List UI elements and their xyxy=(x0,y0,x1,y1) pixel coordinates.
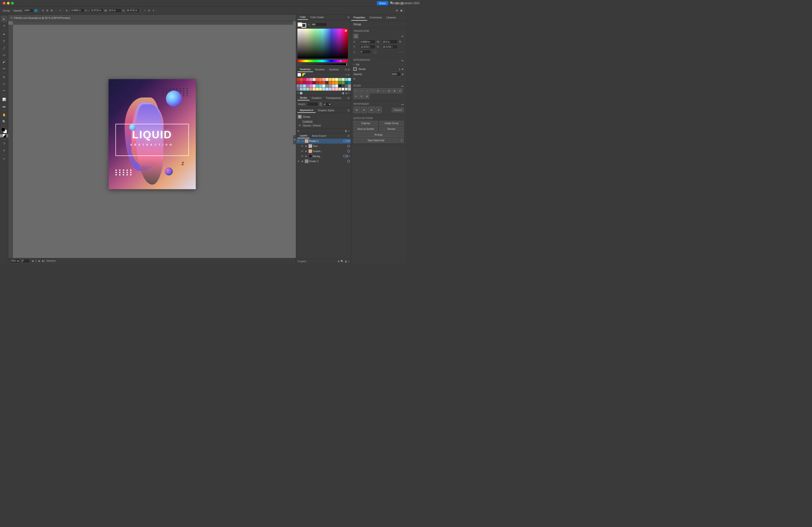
swatch-cell[interactable] xyxy=(345,85,348,87)
swatch-cell-none[interactable] xyxy=(296,88,300,91)
swatch-cell[interactable] xyxy=(325,78,329,81)
swatch-cell[interactable] xyxy=(332,78,335,81)
fx-button[interactable]: fx xyxy=(298,130,299,132)
window-controls[interactable] xyxy=(3,2,14,4)
color-mode-btn[interactable] xyxy=(0,134,2,137)
layer-text-eye-icon[interactable]: 👁 xyxy=(301,145,304,148)
y-value-input[interactable] xyxy=(90,9,103,13)
layer1-eye-icon[interactable]: 👁 xyxy=(297,139,300,142)
distribute-v2-btn[interactable]: ⊜ xyxy=(353,94,359,99)
page-prev-icon[interactable]: ◀ xyxy=(32,260,33,262)
layer1-expand-icon[interactable]: ▾ xyxy=(301,139,304,142)
transform-flip-v-icon[interactable]: ↕ xyxy=(403,51,404,53)
swatch-cell[interactable] xyxy=(332,81,335,84)
share-button[interactable]: Share xyxy=(377,1,388,5)
color-panel-menu-icon[interactable]: ☰ xyxy=(347,16,350,18)
align-left-icon[interactable]: ⊟ xyxy=(41,9,45,12)
swatch-cell[interactable] xyxy=(325,88,329,91)
swatch-cell[interactable] xyxy=(296,81,300,84)
swatch-cell[interactable] xyxy=(348,85,351,87)
layer-poster1-row[interactable]: 👁 ▾ Poster 1 xyxy=(296,138,351,144)
pf-unite-btn[interactable]: ⊕ xyxy=(353,107,360,113)
props-stroke-swatch[interactable] xyxy=(353,67,357,71)
swatch-cell[interactable] xyxy=(338,81,341,84)
layers-locate-icon[interactable]: ⊕ xyxy=(338,260,340,263)
w-value-input[interactable] xyxy=(108,9,122,13)
more-align-icon[interactable]: ≡ xyxy=(59,9,62,12)
swatch-cell[interactable] xyxy=(319,81,322,84)
swatch-cell[interactable] xyxy=(309,78,313,81)
align-middle-v-btn[interactable]: ⊟ xyxy=(376,88,380,93)
opacity-input[interactable] xyxy=(23,9,33,13)
swatch-cell[interactable] xyxy=(319,88,322,91)
line-tool[interactable]: ╱ xyxy=(1,45,8,51)
pen-tool[interactable]: ✒ xyxy=(1,31,8,37)
distribute-h2-btn[interactable]: ⊡ xyxy=(397,88,403,93)
delete-swatch-icon[interactable]: 🗑 xyxy=(342,92,345,94)
stroke-menu-icon[interactable]: ☰ xyxy=(347,97,350,99)
transform-origin-grid[interactable] xyxy=(353,34,359,39)
rotate-tool[interactable]: ↻ xyxy=(1,74,8,80)
swatch-cell[interactable] xyxy=(316,85,319,87)
swatch-cell[interactable] xyxy=(313,81,316,84)
appearance-menu-icon[interactable]: ☰ xyxy=(347,109,350,112)
props-appear-more[interactable]: ••• xyxy=(401,59,404,62)
bar-chart-tool[interactable]: ▬ xyxy=(1,103,8,109)
swatch-cell[interactable] xyxy=(306,81,309,84)
swatch-cell[interactable] xyxy=(342,88,345,91)
weight-input[interactable] xyxy=(307,102,319,106)
swatch-cell[interactable] xyxy=(335,81,338,84)
prop-w-input[interactable] xyxy=(382,40,398,44)
tab-color-guide[interactable]: Color Guide xyxy=(308,15,326,19)
swatch-cell[interactable] xyxy=(342,85,345,87)
layer-backg-target[interactable] xyxy=(343,155,346,157)
zoom-select[interactable]: 50% xyxy=(10,259,20,263)
paint-brush-tool[interactable]: 🖌 xyxy=(1,59,8,65)
pf-intersect-btn[interactable]: ⊗ xyxy=(368,107,375,113)
swatch-grid-icon[interactable]: ⊞ xyxy=(348,74,350,76)
column-graph-tool[interactable]: 📊 xyxy=(1,96,8,103)
hex-input[interactable] xyxy=(311,22,327,27)
swatch-cell[interactable] xyxy=(329,78,332,81)
swatch-cell[interactable] xyxy=(348,88,351,91)
swatch-cell[interactable] xyxy=(332,85,335,87)
swatches-menu-icon[interactable]: ☰ xyxy=(345,68,347,71)
global-edit-dropdown-btn[interactable]: ▾ xyxy=(399,138,404,143)
layers-menu-icon[interactable]: ☰ xyxy=(347,135,350,137)
appear-delete-icon[interactable]: 🗑 xyxy=(345,130,347,132)
constrain-icon[interactable]: ⛓ xyxy=(399,41,401,43)
swatch-cell[interactable] xyxy=(332,88,335,91)
tab-color[interactable]: Color xyxy=(298,15,308,20)
align-bottom-btn[interactable]: ⊥ xyxy=(381,88,386,93)
prop-h-input[interactable] xyxy=(382,45,398,49)
swatch-cell[interactable] xyxy=(309,85,313,87)
stroke-icon[interactable] xyxy=(302,23,306,28)
start-global-edit-btn[interactable]: Start Global Edit xyxy=(353,138,398,143)
swatch-cell[interactable] xyxy=(306,85,309,87)
swatch-cell[interactable] xyxy=(306,88,309,91)
layers-delete-icon[interactable]: 🗑 xyxy=(345,260,347,263)
layer-backg-eye-icon[interactable]: 👁 xyxy=(301,154,304,158)
layer-text-expand-icon[interactable]: ▶ xyxy=(305,145,308,148)
pf-exclude-btn[interactable]: ⊘ xyxy=(376,107,382,113)
swatch-cell[interactable] xyxy=(338,88,341,91)
swatch-cell[interactable] xyxy=(345,88,348,91)
tab-transparency[interactable]: Transparency xyxy=(324,96,344,100)
prop-angle-input[interactable] xyxy=(359,50,371,54)
props-fx-btn[interactable]: fx xyxy=(353,77,356,80)
swatch-cell[interactable] xyxy=(348,78,351,81)
layer-backg-expand-icon[interactable]: ▶ xyxy=(305,154,308,158)
distribute-h3-btn[interactable]: ⊟ xyxy=(359,94,364,99)
layers-search-icon[interactable]: 🔍 xyxy=(340,260,344,263)
tab-gradient[interactable]: Gradient xyxy=(309,96,324,100)
layer2-eye-icon[interactable]: 👁 xyxy=(297,160,300,163)
canvas-content[interactable]: LIQUID ABSTRACTION © FileInfo.com Z ◀ xyxy=(8,21,296,258)
maximize-button[interactable] xyxy=(11,2,14,4)
props-stroke-expand-icon[interactable]: ▶ xyxy=(402,68,404,70)
swatch-cell[interactable] xyxy=(335,88,338,91)
warp-icon[interactable]: ⊛ xyxy=(147,9,151,12)
tab-swatches[interactable]: Swatches xyxy=(298,67,313,72)
type-tool[interactable]: T xyxy=(1,38,8,44)
layer-backg-row[interactable]: 👁 ▶ Backg... xyxy=(296,154,351,159)
swatch-cell[interactable] xyxy=(313,85,316,87)
